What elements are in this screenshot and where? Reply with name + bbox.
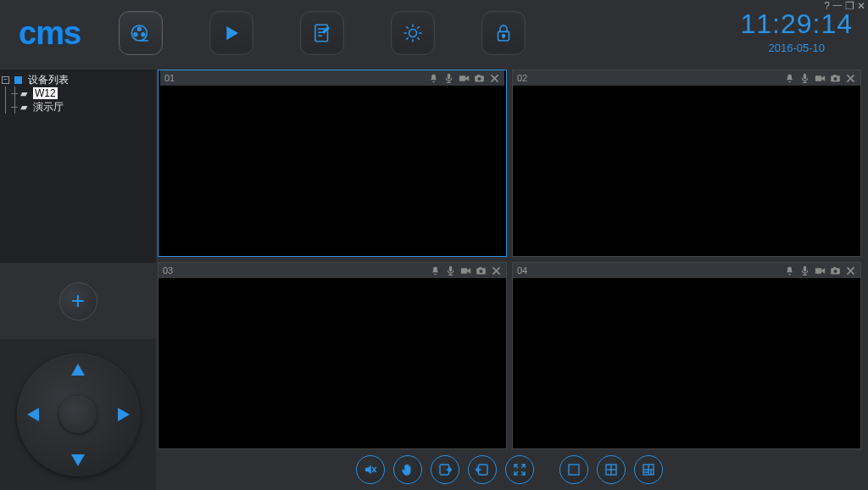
note-icon — [311, 22, 333, 44]
video-cell-header: 01 — [160, 70, 504, 86]
log-button[interactable] — [300, 11, 344, 55]
pgin-icon — [475, 462, 490, 477]
lock-icon — [492, 22, 515, 44]
bell-icon[interactable] — [428, 73, 439, 84]
tree-root-label: 设备列表 — [28, 73, 69, 87]
video-cell[interactable]: 02 — [512, 70, 861, 257]
pgout-icon — [437, 462, 453, 477]
svg-rect-23 — [833, 75, 836, 76]
cam-icon[interactable] — [830, 265, 841, 276]
sq4-icon — [604, 462, 619, 477]
video-cell-number: 03 — [163, 265, 173, 276]
video-cell[interactable]: 04 — [512, 262, 861, 449]
tree-root[interactable]: − 设备列表 — [2, 73, 154, 86]
device-tree[interactable]: − 设备列表 ▰W12▰演示厅 — [2, 73, 154, 114]
ptz-right-button[interactable] — [118, 408, 130, 421]
bell-icon[interactable] — [784, 265, 795, 276]
tree-item-label: W12 — [33, 87, 58, 99]
camera-icon: ▰ — [20, 102, 27, 113]
bell-icon[interactable] — [784, 73, 795, 84]
folder-icon — [14, 76, 22, 84]
prev-group-button[interactable] — [431, 455, 459, 484]
mute-button[interactable] — [356, 455, 385, 484]
x-icon[interactable] — [491, 265, 502, 276]
cam-icon[interactable] — [830, 73, 841, 84]
svg-rect-27 — [461, 268, 467, 274]
svg-rect-33 — [804, 265, 806, 271]
mute-icon — [363, 462, 378, 477]
video-cell-header: 02 — [513, 70, 860, 86]
video-cell-body[interactable] — [159, 278, 506, 448]
svg-point-15 — [477, 76, 481, 80]
tree-item[interactable]: ▰W12 — [2, 86, 154, 100]
svg-rect-37 — [833, 267, 836, 269]
svg-point-3 — [142, 33, 145, 36]
next-group-button[interactable] — [468, 455, 497, 484]
ptz-center-button[interactable] — [59, 396, 97, 433]
svg-rect-34 — [815, 268, 821, 274]
video-cell[interactable]: 03 — [158, 262, 507, 449]
svg-rect-19 — [804, 73, 806, 79]
clock-time: 11:29:14 — [740, 8, 853, 40]
camera-icon: ▰ — [20, 88, 27, 99]
video-grid: 01020304 — [158, 70, 861, 449]
ptz-panel — [0, 339, 156, 490]
video-icon[interactable] — [815, 265, 826, 276]
x-icon[interactable] — [845, 265, 856, 276]
svg-point-8 — [409, 30, 417, 37]
hand-button[interactable] — [393, 455, 422, 484]
svg-rect-44 — [569, 465, 579, 475]
video-icon[interactable] — [460, 265, 471, 276]
clock: 11:29:14 2016-05-10 — [740, 8, 853, 54]
video-cell[interactable]: 01 — [158, 70, 507, 257]
ptz-up-button[interactable] — [71, 364, 85, 376]
video-icon[interactable] — [815, 73, 826, 84]
lock-button[interactable] — [481, 11, 526, 55]
svg-point-22 — [833, 76, 837, 80]
svg-point-1 — [138, 27, 142, 31]
reel-icon — [130, 22, 152, 44]
mic-icon[interactable] — [445, 265, 456, 276]
video-cell-body[interactable] — [160, 86, 504, 256]
top-toolbar: cms 11:29:14 2016-05-10 — [0, 0, 868, 66]
svg-point-29 — [479, 269, 482, 272]
svg-rect-20 — [815, 75, 821, 81]
bottom-toolbar — [158, 453, 861, 487]
layout-4-button[interactable] — [597, 455, 626, 484]
svg-rect-30 — [479, 267, 481, 269]
settings-button[interactable] — [391, 11, 435, 55]
svg-point-36 — [833, 269, 837, 272]
svg-rect-26 — [449, 265, 452, 271]
sq1-icon — [566, 462, 581, 477]
video-icon[interactable] — [459, 73, 470, 84]
mic-icon[interactable] — [443, 73, 454, 84]
clock-date: 2016-05-10 — [740, 42, 853, 54]
cam-icon[interactable] — [474, 73, 485, 84]
video-cell-body[interactable] — [513, 278, 860, 448]
sqN-icon — [641, 462, 656, 477]
liveview-button[interactable] — [119, 11, 163, 55]
add-device-button[interactable]: + — [59, 282, 97, 320]
mic-icon[interactable] — [799, 265, 810, 276]
layout-more-button[interactable] — [634, 455, 663, 484]
video-cell-number: 02 — [517, 73, 527, 83]
x-icon[interactable] — [489, 73, 500, 84]
mic-icon[interactable] — [799, 73, 810, 84]
bell-icon[interactable] — [430, 265, 441, 276]
playback-button[interactable] — [209, 11, 253, 55]
tree-item-label: 演示厅 — [33, 100, 64, 114]
hand-icon — [400, 462, 415, 477]
x-icon[interactable] — [845, 73, 856, 84]
layout-1-button[interactable] — [559, 455, 588, 484]
video-cell-header: 03 — [159, 263, 506, 278]
ptz-down-button[interactable] — [71, 454, 85, 466]
expand-icon — [512, 462, 527, 477]
svg-rect-13 — [459, 75, 465, 81]
video-cell-body[interactable] — [513, 86, 860, 256]
cam-icon[interactable] — [476, 265, 487, 276]
video-cell-header: 04 — [513, 263, 860, 278]
ptz-left-button[interactable] — [27, 408, 39, 421]
tree-item[interactable]: ▰演示厅 — [2, 100, 154, 114]
fullscreen-button[interactable] — [505, 455, 534, 484]
app-logo: cms — [19, 15, 81, 52]
